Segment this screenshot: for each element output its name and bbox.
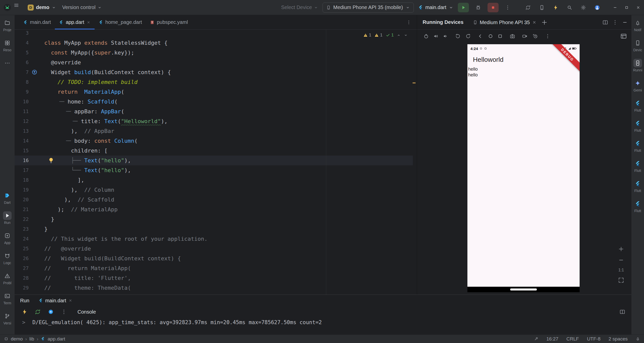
device-tab[interactable]: Medium Phone API 35	[473, 15, 537, 30]
gradle-sync-button[interactable]	[523, 3, 533, 12]
gutter-line-number[interactable]: 22	[15, 214, 44, 224]
tool-strip-item-more-tool-windows[interactable]	[3, 59, 12, 67]
editor-tab-app.dart[interactable]: app.dart	[55, 15, 94, 29]
line-ending[interactable]: CRLF	[567, 336, 579, 342]
passed-badge[interactable]: 1	[386, 33, 394, 38]
notifications-icon[interactable]	[636, 337, 640, 341]
code-line[interactable]: ╶─ appBar: AppBar(	[44, 107, 208, 116]
search-everywhere-button[interactable]	[565, 3, 574, 12]
breadcrumb-file[interactable]: app.dart	[48, 336, 65, 342]
tool-strip-item-flutter-inspector[interactable]: Flutt	[633, 119, 642, 132]
tool-strip-item-problems[interactable]: Probl	[3, 272, 12, 285]
code-line[interactable]: // @override	[44, 244, 208, 254]
caret-position[interactable]: 16:27	[546, 336, 558, 342]
code-line[interactable]: // Widget build(BuildContext context) {	[44, 254, 208, 263]
breadcrumb-project[interactable]: demo	[11, 336, 23, 342]
editor-gutter[interactable]: 3456789101112131415161718192021222324252…	[15, 30, 44, 293]
split-console-icon[interactable]	[619, 309, 625, 315]
code-line[interactable]: └── Text("hello"),	[44, 165, 208, 175]
code-line[interactable]: // TODO: implement build	[44, 77, 208, 87]
tool-strip-item-dart-analysis[interactable]: Dart	[3, 191, 12, 205]
power-icon[interactable]	[423, 33, 430, 40]
close-tab-icon[interactable]	[87, 20, 91, 24]
gesture-pill[interactable]	[510, 288, 537, 290]
run-configuration-dropdown[interactable]: main.dart	[418, 5, 454, 10]
gutter-line-number[interactable]: 12	[15, 116, 44, 126]
tool-strip-item-run[interactable]: Run	[3, 211, 12, 225]
run-button[interactable]	[458, 3, 469, 12]
gutter-line-number[interactable]: 15	[15, 146, 44, 156]
close-tab-icon[interactable]	[68, 299, 72, 303]
tool-strip-item-flutter-performance[interactable]: Flutt	[633, 139, 642, 153]
code-line[interactable]: children: [	[44, 146, 208, 156]
zoom-ratio-button[interactable]: 1:1	[618, 268, 624, 272]
volume-up-icon[interactable]	[432, 33, 439, 40]
hot-reload-button[interactable]	[551, 3, 560, 12]
gutter-line-number[interactable]: 10	[15, 97, 44, 107]
console-tab[interactable]: Console	[77, 309, 96, 315]
gutter-line-number[interactable]: 8	[15, 77, 44, 87]
tool-strip-item-device-manager[interactable]: Devic	[633, 39, 642, 52]
gutter-line-number[interactable]: 3	[15, 30, 44, 38]
warnings-badge[interactable]: 1	[363, 33, 371, 38]
code-line[interactable]: ), // AppBar	[44, 126, 208, 136]
override-marker-icon[interactable]	[31, 69, 38, 75]
code-line[interactable]: // return MaterialApp(	[44, 263, 208, 273]
code-line[interactable]: class MyApp extends StatelessWidget {	[44, 38, 208, 48]
console-output[interactable]: > D/EGL_emulation( 4625): app_time_stats…	[15, 319, 631, 326]
detach-window-icon[interactable]	[620, 33, 627, 40]
gutter-line-number[interactable]: 21	[15, 205, 44, 214]
gutter-line-number[interactable]: 14	[15, 136, 44, 146]
code-line[interactable]: ╶─ home: Scaffold(	[44, 97, 208, 107]
tool-strip-item-version-control[interactable]: Versi	[3, 312, 12, 325]
device-manager-button[interactable]	[537, 3, 547, 12]
gutter-line-number[interactable]: 7	[15, 67, 44, 77]
editor-tab-home_page.dart[interactable]: home_page.dart	[95, 15, 146, 29]
code-line[interactable]: ╶─ title: Text("Helloworld"),	[44, 116, 208, 126]
tool-strip-item-resource-manager[interactable]: Reso	[3, 39, 12, 52]
overview-icon[interactable]	[497, 33, 504, 40]
gutter-line-number[interactable]: 19	[15, 185, 44, 195]
gutter-line-number[interactable]: 13	[15, 126, 44, 136]
breadcrumb-folder[interactable]: lib	[29, 336, 34, 342]
project-widget[interactable]: D demo	[26, 3, 58, 12]
home-icon[interactable]	[487, 33, 494, 40]
code-line[interactable]	[44, 30, 208, 38]
code-line[interactable]: ╶─ body: const Column(	[44, 136, 208, 146]
code-line[interactable]: }	[44, 214, 208, 224]
code-line[interactable]: ],	[44, 175, 208, 185]
settings-button[interactable]	[579, 3, 588, 12]
breadcrumb[interactable]: demo › lib › app.dart	[4, 336, 65, 342]
gutter-line-number[interactable]: 26	[15, 254, 44, 263]
more-v-icon[interactable]	[544, 33, 551, 40]
tool-strip-item-terminal[interactable]: Term	[3, 292, 12, 305]
code-line[interactable]: // theme: ThemeData(	[44, 283, 208, 293]
weak-warnings-badge[interactable]: 1	[374, 33, 382, 38]
record-icon[interactable]	[521, 33, 528, 40]
emulator-screen[interactable]: 4:24 3G Helloworld hellohello DEBUG	[467, 44, 580, 292]
gutter-line-number[interactable]: 27	[15, 263, 44, 273]
gutter-line-number[interactable]: 6	[15, 58, 44, 67]
code-line[interactable]: Widget build(BuildContext context) {	[44, 67, 208, 77]
more-run-actions-button[interactable]	[503, 3, 512, 12]
zoom-out-button[interactable]	[618, 257, 624, 263]
close-tab-icon[interactable]	[532, 20, 537, 25]
tool-strip-item-notifications[interactable]: Notif	[633, 19, 642, 32]
gutter-line-number[interactable]: 23	[15, 224, 44, 234]
hot-reload-icon[interactable]	[22, 309, 28, 315]
profile-avatar[interactable]	[592, 3, 602, 12]
gutter-line-number[interactable]: 11	[15, 107, 44, 116]
close-button[interactable]	[632, 0, 644, 15]
inspections-widget[interactable]: 1 1 1	[363, 33, 408, 38]
stop-button[interactable]	[488, 3, 499, 12]
minimize-button[interactable]	[609, 0, 621, 15]
panel-options-icon[interactable]	[612, 19, 618, 25]
gutter-line-number[interactable]: 24	[15, 234, 44, 244]
vcs-widget[interactable]: Version control	[60, 3, 104, 12]
tool-strip-item-project[interactable]: Proje	[3, 19, 12, 32]
editor-code[interactable]: class MyApp extends StatelessWidget { co…	[44, 30, 208, 293]
code-line[interactable]: // This widget is the root of your appli…	[44, 234, 208, 244]
gutter-line-number[interactable]: 17	[15, 165, 44, 175]
rotate-right-icon[interactable]	[465, 33, 472, 40]
code-line[interactable]: ); // MaterialApp	[44, 205, 208, 214]
